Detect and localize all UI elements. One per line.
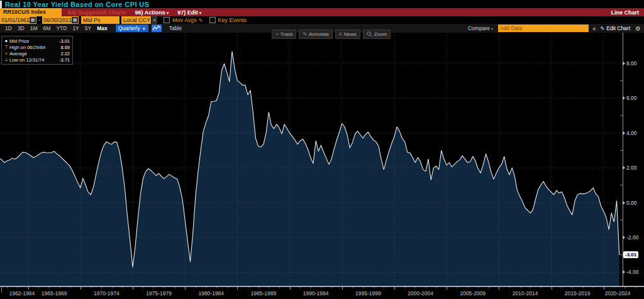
x-axis-tick: [426, 287, 426, 288]
last-price-badge: -3.01: [623, 251, 638, 258]
period-tab-5y[interactable]: 5Y: [85, 25, 91, 31]
legend-label: Low on 12/31/74: [9, 57, 59, 63]
y-axis-label: 4.00: [626, 130, 644, 136]
x-axis-tick: [185, 287, 186, 290]
start-date-field[interactable]: 01/01/1961 ▦: [0, 16, 36, 24]
x-axis-tick: [80, 287, 81, 290]
x-axis-tick: [625, 287, 625, 288]
y-axis-tick: [623, 131, 625, 135]
key-events-checkbox[interactable]: [209, 17, 216, 23]
period-tab-6m[interactable]: 6M: [43, 25, 51, 31]
page-title: Real 10 Year Yield Based on Core CPI US: [5, 1, 149, 8]
period-tab-ytd[interactable]: YTD: [56, 25, 67, 31]
x-axis-tick: [196, 287, 196, 288]
ticker-field[interactable]: RR10CUS Index: [0, 8, 62, 16]
mov-avgs-label: Mov Avgs: [172, 17, 197, 23]
news-button[interactable]: ≡News: [335, 30, 360, 39]
x-axis-label: 2015-2019: [565, 290, 591, 296]
track-button[interactable]: +Track: [272, 30, 296, 39]
price-area-chart[interactable]: [0, 33, 644, 286]
legend-row[interactable]: ■Mid Price-3.01: [3, 38, 70, 44]
compare-button[interactable]: Compare▾: [468, 25, 493, 31]
actions-menu-button[interactable]: 96) Actions▾: [135, 9, 169, 16]
chart-plot-area[interactable]: ■Mid Price-3.01⊤High on 06/29/848.69+Ave…: [0, 33, 644, 286]
period-tab-1y[interactable]: 1Y: [72, 25, 79, 31]
legend-avg-icon: +: [3, 52, 9, 56]
chart-view-label: Line Chart: [611, 9, 644, 16]
chevron-down-icon: ▾: [167, 11, 169, 15]
x-axis-tick: [509, 287, 510, 288]
period-tab-1d[interactable]: 1D: [5, 25, 12, 31]
period-tab-max[interactable]: Max: [97, 25, 108, 31]
y-axis-label: 6.00: [626, 95, 644, 101]
x-axis-tick: [28, 287, 29, 290]
x-axis-tick: [112, 287, 113, 288]
x-axis-tick: [101, 287, 102, 288]
x-axis-tick: [541, 287, 541, 288]
x-axis-label: 1975-1979: [146, 290, 172, 296]
x-axis-tick: [489, 287, 489, 288]
period-tab-1m[interactable]: 1M: [30, 25, 38, 31]
y-axis-label: -2.00: [626, 234, 644, 241]
legend-label: Mid Price: [9, 38, 59, 44]
legend-row[interactable]: +Average2.22: [3, 50, 70, 57]
y-axis-tick: [623, 166, 625, 170]
end-date-field[interactable]: 06/30/2021 ▦: [42, 16, 79, 24]
chevron-down-icon: ▾: [491, 27, 493, 31]
chevron-down-icon: ▼: [142, 27, 146, 31]
x-axis-tick: [70, 287, 70, 288]
x-axis-label: 1990-1994: [303, 290, 329, 296]
end-date-value: 06/30/2021: [42, 16, 72, 24]
x-axis-tick: [467, 287, 468, 288]
legend-label: Average: [9, 51, 60, 57]
edit-menu-button[interactable]: 97) Edit▾: [177, 9, 201, 16]
key-events-label: Key Events: [218, 17, 247, 23]
calendar-icon[interactable]: ▦: [30, 17, 36, 23]
y-axis-label: 2.00: [626, 165, 644, 171]
x-axis-tick: [153, 287, 154, 288]
plus-icon: +: [275, 31, 279, 37]
add-data-input[interactable]: [498, 24, 589, 32]
legend-row[interactable]: ⊤High on 06/29/848.69: [3, 44, 70, 50]
period-tab-3d[interactable]: 3D: [18, 25, 25, 31]
chart-overlay-tools: +Track ✎Annotate ≡News Zoom: [272, 30, 393, 39]
zoom-button[interactable]: Zoom: [363, 30, 391, 39]
x-axis-tick: [478, 287, 479, 288]
suggested-charts-button[interactable]: 94) Suggested Charts: [68, 9, 126, 16]
x-axis-tick: [279, 287, 280, 288]
x-axis-label: 1970-1974: [94, 290, 119, 296]
edit-chart-label: Edit Chart: [606, 25, 630, 31]
chart-right-tools: Compare▾ « ✎Edit Chart ⚙: [468, 24, 644, 32]
x-axis-label: 1980-1984: [198, 290, 224, 296]
bloomberg-chart-screen: Real 10 Year Yield Based on Core CPI US …: [0, 0, 644, 299]
collapse-panel-button[interactable]: «: [592, 25, 596, 32]
legend-value: 2.22: [60, 51, 70, 57]
annotate-button[interactable]: ✎Annotate: [299, 30, 333, 39]
x-axis-tick: [300, 287, 301, 288]
x-axis-tick: [447, 287, 447, 290]
x-axis-tick: [321, 287, 322, 288]
x-axis-tick: [499, 287, 499, 290]
chevron-down-icon: ▾: [199, 11, 202, 15]
price-field-select[interactable]: Mid Px: [81, 16, 119, 24]
currency-select[interactable]: Local CCY: [121, 16, 151, 24]
x-axis-tick: [562, 287, 562, 288]
gear-icon[interactable]: ⚙: [635, 25, 641, 32]
legend-row[interactable]: ⊥Low on 12/31/74-3.71: [3, 57, 70, 63]
line-chart-type-button[interactable]: [152, 24, 162, 32]
currency-dropdown-button[interactable]: ▾: [152, 16, 157, 24]
chart-legend[interactable]: ■Mid Price-3.01⊤High on 06/29/848.69+Ave…: [1, 36, 73, 65]
x-axis-label: 2005-2009: [460, 290, 486, 296]
calendar-icon[interactable]: ▦: [72, 17, 78, 23]
frequency-dropdown[interactable]: Quarterly▼: [116, 24, 148, 32]
mov-avgs-checkbox[interactable]: [164, 17, 170, 23]
table-button[interactable]: Table: [169, 25, 182, 31]
compare-label: Compare: [468, 25, 490, 31]
edit-chart-button[interactable]: ✎Edit Chart: [601, 25, 631, 31]
x-axis-tick: [384, 287, 384, 288]
legend-high-icon: ⊤: [3, 45, 9, 50]
x-axis-tick: [216, 287, 217, 288]
y-axis-tick: [623, 270, 625, 274]
pencil-icon[interactable]: ✎: [199, 18, 203, 23]
legend-value: -3.71: [59, 57, 70, 63]
